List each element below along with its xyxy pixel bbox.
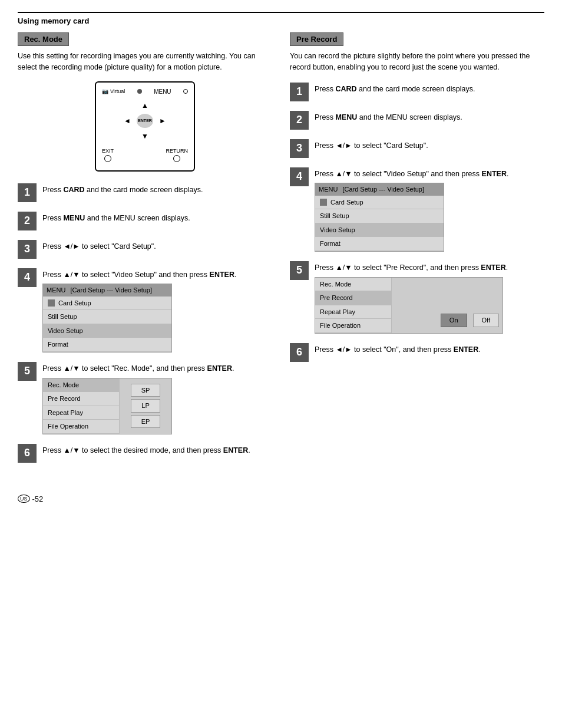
option-sp: SP [131, 384, 160, 397]
pre-record-step-3: 3 Press ◄/► to select "Card Setup". [290, 138, 544, 158]
rec-mode-step-6: 6 Press ▲/▼ to select the desired mode, … [18, 443, 272, 463]
pre-step-1-text: Press CARD and the card mode screen disp… [315, 81, 475, 95]
pre-record-step4-menu: MENU [Card Setup --- Video Setup] Card S… [315, 183, 444, 252]
pre-row-fileoperation: File Operation [315, 319, 391, 333]
step-1-text: Press CARD and the card mode screen disp… [42, 182, 203, 196]
menu-repeatplay: Repeat Play [43, 406, 119, 420]
pre-row-repeatplay: Repeat Play [315, 305, 391, 319]
pre-menu-cardsetup: Card Setup [315, 196, 444, 210]
pre-menu-header-sub: [Card Setup --- Video Setup] [342, 185, 424, 195]
rec-mode-step5-menu: Rec. Mode Pre Record Repeat Play File Op… [42, 378, 172, 434]
step-number-6: 6 [18, 444, 37, 463]
menu-split: Rec. Mode Pre Record Repeat Play File Op… [43, 378, 171, 434]
pre-record-step-5: 5 Press ▲/▼ to select "Pre Record", and … [290, 260, 544, 334]
dpad-right: ► [154, 114, 171, 128]
remote-illustration: 📷 Virtual MENU ▲ ◄ ENTER [18, 81, 272, 172]
step-2-text: Press MENU and the MENU screen displays. [42, 210, 190, 224]
pre-record-section: Pre Record You can record the picture sl… [290, 32, 544, 471]
pre-step-number-6: 6 [290, 343, 309, 362]
exit-button-circle [104, 155, 111, 162]
rec-mode-step-3: 3 Press ◄/► to select "Card Setup". [18, 239, 272, 259]
pre-step-number-3: 3 [290, 139, 309, 158]
return-button-circle [173, 155, 180, 162]
menu-icon-cardsetup [48, 299, 55, 307]
remote-dpad: ▲ ◄ ENTER ► ▼ [102, 98, 188, 143]
remote-bottom-row: EXIT RETURN [102, 148, 188, 162]
pre-step-number-1: 1 [290, 83, 309, 101]
menu-row-format: Format [43, 338, 171, 352]
step-number-3: 3 [18, 240, 37, 259]
pre-record-desc: You can record the picture slightly befo… [290, 51, 544, 73]
pre-menu-split: Rec. Mode Pre Record Repeat Play File Op… [315, 278, 503, 333]
menu-options-col: SP LP EP [120, 378, 171, 434]
menu-left-col: Rec. Mode Pre Record Repeat Play File Op… [43, 378, 120, 434]
step-3-text: Press ◄/► to select "Card Setup". [42, 239, 156, 252]
menu-row-cardsetup: Card Setup [43, 297, 171, 311]
off-button: Off [473, 314, 499, 327]
dpad-enter: ENTER [137, 114, 153, 128]
pre-record-step-1: 1 Press CARD and the card mode screen di… [290, 81, 544, 101]
step-5-text: Press ▲/▼ to select "Rec. Mode", and the… [42, 361, 234, 434]
pre-menu-on-off-col: On Off [392, 278, 503, 333]
remote-menu-button [183, 89, 188, 94]
pre-step-6-text: Press ◄/► to select "On", and then press… [315, 342, 481, 355]
pre-step-4-text: Press ▲/▼ to select "Video Setup" and th… [315, 166, 508, 252]
pre-step-number-5: 5 [290, 261, 309, 280]
menu-prerecord: Pre Record [43, 392, 119, 406]
section-header: Using memory card [18, 12, 544, 25]
pre-step-3-text: Press ◄/► to select "Card Setup". [315, 138, 428, 151]
rec-mode-step-2: 2 Press MENU and the MENU screen display… [18, 210, 272, 230]
step-6-text: Press ▲/▼ to select the desired mode, an… [42, 443, 250, 456]
pre-step-number-4: 4 [290, 167, 309, 186]
option-lp: LP [131, 399, 160, 413]
rec-mode-step-4: 4 Press ▲/▼ to select "Video Setup" and … [18, 267, 272, 353]
dpad-left: ◄ [119, 114, 135, 128]
rec-mode-step4-menu: MENU [Card Setup --- Video Setup] Card S… [42, 284, 172, 353]
rec-mode-section: Rec. Mode Use this setting for recording… [18, 32, 272, 471]
pre-menu-left-col: Rec. Mode Pre Record Repeat Play File Op… [315, 278, 392, 333]
remote-exit: EXIT [102, 148, 114, 162]
remote-menu-dot [137, 89, 142, 94]
pre-row-prerecord: Pre Record [315, 291, 391, 305]
pre-menu-icon [320, 199, 327, 206]
step-4-text: Press ▲/▼ to select "Video Setup" and th… [42, 267, 236, 353]
page-footer: US -52 [18, 495, 544, 503]
pre-menu-format: Format [315, 237, 444, 251]
footer-page-num: -52 [32, 495, 44, 503]
rec-mode-step-5: 5 Press ▲/▼ to select "Rec. Mode", and t… [18, 361, 272, 434]
pre-record-step5-menu: Rec. Mode Pre Record Repeat Play File Op… [315, 277, 503, 334]
dpad-down: ▼ [137, 129, 153, 143]
rec-mode-step-1: 1 Press CARD and the card mode screen di… [18, 182, 272, 202]
menu-recmode: Rec. Mode [43, 378, 119, 393]
rec-mode-desc: Use this setting for recording images yo… [18, 51, 272, 73]
on-button: On [441, 314, 467, 327]
pre-row-recmode: Rec. Mode [315, 278, 391, 292]
on-off-buttons: On Off [441, 314, 499, 327]
menu-row-stillsetup: Still Setup [43, 310, 171, 324]
pre-record-step-6: 6 Press ◄/► to select "On", and then pre… [290, 342, 544, 362]
dpad-up: ▲ [137, 98, 153, 113]
remote-virtual-label: 📷 Virtual [102, 88, 125, 94]
pre-step-number-2: 2 [290, 111, 309, 130]
pre-step-5-text: Press ▲/▼ to select "Pre Record", and th… [315, 260, 508, 334]
pre-menu-videosetup: Video Setup [315, 223, 444, 238]
menu-row-videosetup: Video Setup [43, 324, 171, 338]
menu-header: MENU [47, 285, 65, 295]
remote-return: RETURN [166, 148, 188, 162]
remote-control: 📷 Virtual MENU ▲ ◄ ENTER [95, 81, 195, 172]
pre-record-step-2: 2 Press MENU and the MENU screen display… [290, 110, 544, 130]
pre-record-step-4: 4 Press ▲/▼ to select "Video Setup" and … [290, 166, 544, 252]
rec-mode-title: Rec. Mode [18, 32, 69, 46]
pre-step-2-text: Press MENU and the MENU screen displays. [315, 110, 462, 123]
pre-record-title: Pre Record [290, 32, 343, 46]
section-header-text: Using memory card [18, 17, 89, 25]
step-number-2: 2 [18, 212, 37, 230]
menu-header-sub: [Card Setup --- Video Setup] [70, 285, 152, 295]
step-number-1: 1 [18, 183, 37, 202]
remote-menu-label: MENU [154, 88, 171, 95]
step-number-4: 4 [18, 268, 37, 287]
footer-circle: US [18, 495, 30, 503]
step-number-5: 5 [18, 362, 37, 381]
menu-fileoperation: File Operation [43, 420, 119, 434]
pre-menu-header: MENU [319, 185, 338, 195]
